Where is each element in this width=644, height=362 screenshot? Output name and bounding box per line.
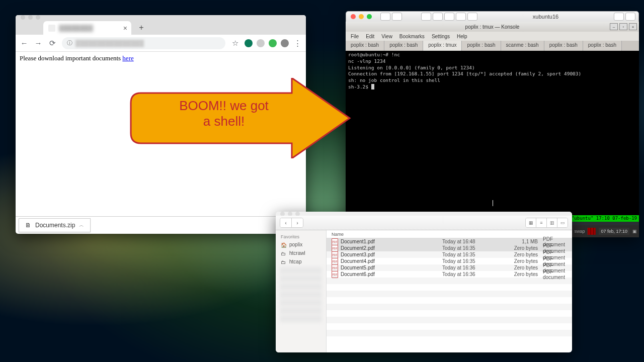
menu-item[interactable]: Bookmarks [399,34,425,39]
terminal-tab[interactable]: poplix : tmux [423,41,462,51]
new-tab-button[interactable]: + [136,23,146,33]
pdf-icon: PDF [332,258,338,265]
menu-item[interactable]: File [351,34,359,39]
terminal-tab[interactable]: poplix : bash [346,41,384,51]
menu-item[interactable]: Help [457,34,467,39]
close-button[interactable]: × [629,23,637,30]
forward-button[interactable]: › [291,218,303,227]
sidebar-item-blurred [280,291,322,298]
finder-view-switch: ▦ ≡ ▥ ▭ [525,218,568,228]
file-row[interactable]: PDFDocument6.pdf Today at 16:36Zero byte… [327,271,572,278]
page-content: Please download important documents here [16,52,306,216]
file-row[interactable]: PDFDocument5.pdf Today at 16:36Zero byte… [327,264,572,271]
tab-title: ████████ [59,25,93,32]
finder-window: ‹ › ▦ ≡ ▥ ▭ Favorites 🏠poplix🗀htcrawl🗀ht… [276,212,572,352]
menu-item[interactable]: Edit [366,34,374,39]
terminal-tab[interactable]: poplix : bash [462,41,501,51]
close-button[interactable] [351,14,356,19]
star-icon[interactable]: ☆ [230,39,239,48]
download-filename: Documents.zip [35,222,75,229]
list-view-button[interactable]: ≡ [536,218,546,227]
vm-toolbar-button[interactable] [614,13,624,21]
column-view-button[interactable]: ▥ [546,218,557,227]
forward-button[interactable]: → [34,39,43,47]
sidebar-item[interactable]: 🗀htcrawl [276,249,326,257]
gallery-view-button[interactable]: ▭ [557,218,568,227]
avatar-icon[interactable] [281,39,289,47]
sidebar-item-blurred [280,283,322,290]
vm-toolbar-button[interactable] [380,13,390,21]
vm-toolbar-button[interactable] [433,13,443,21]
vm-toolbar-button[interactable] [456,13,466,21]
tmux-right: "ubuntu" 17:10 07-feb-19 [572,215,637,222]
clock[interactable]: 07 feb, 17:10 [599,228,629,235]
vm-toolbar-button[interactable] [444,13,454,21]
terminal-tab[interactable]: poplix : bash [544,41,583,51]
terminal-output[interactable]: root@ubuntu:~# !nc nc -vlnp 1234 Listeni… [346,51,639,222]
vm-toolbar-button[interactable] [625,13,635,21]
finder-toolbar: ‹ › ▦ ≡ ▥ ▭ [276,216,572,230]
guest-desktop: poplix : tmux — Konsole – ▫ × FileEditVi… [346,22,639,237]
file-row[interactable]: PDFDocument2.pdf Today at 16:35Zero byte… [327,245,572,251]
menu-icon[interactable]: ⋮ [293,39,302,48]
download-item[interactable]: 🗎 Documents.zip ︿ [19,218,91,232]
col-name[interactable]: Name [327,232,442,237]
pdf-icon: PDF [332,264,338,272]
vm-toolbar-button[interactable] [421,13,431,21]
file-row[interactable]: PDFDocument4.pdf Today at 16:35Zero byte… [327,258,572,264]
vm-titlebar: xubuntu16 [346,11,639,22]
file-icon: 🗎 [25,222,31,229]
sidebar-item[interactable]: 🏠poplix [276,240,326,249]
address-bar[interactable]: ⓘ ████████████████ [62,37,225,49]
back-button[interactable]: ← [20,39,29,47]
konsole-titlebar: poplix : tmux — Konsole – ▫ × [346,22,639,32]
terminal-tab[interactable]: scanme : bash [501,41,544,51]
user-icon[interactable]: ▣ [632,229,637,234]
sidebar-item-blurred [280,267,322,274]
chrome-toolbar: ← → ⟳ ⓘ ████████████████ ☆ ⋮ [16,35,306,52]
menu-item[interactable]: Settings [432,34,450,39]
sidebar-item[interactable]: 🗀htcap [276,257,326,266]
chrome-tab[interactable]: ████████ × [43,21,131,35]
back-button[interactable]: ‹ [280,218,291,227]
menu-item[interactable]: View [381,34,392,39]
close-icon[interactable]: × [123,24,127,32]
file-row[interactable]: PDFDocument1.pdf Today at 16:481,1 MBPDF… [327,238,572,245]
terminal-tab[interactable]: poplix : bash [384,41,423,51]
pdf-icon: PDF [332,271,338,278]
extension-icon[interactable] [269,39,277,47]
info-icon: ⓘ [67,39,72,47]
zoom-button[interactable] [367,14,372,19]
extension-icon[interactable] [245,39,253,47]
sidebar-item-blurred [280,307,322,314]
pdf-icon: PDF [332,251,338,258]
vm-toolbar-button[interactable] [392,13,402,21]
konsole-window: poplix : tmux — Konsole – ▫ × FileEditVi… [346,22,639,222]
reload-button[interactable]: ⟳ [48,39,57,48]
sidebar-item-blurred [280,275,322,282]
konsole-title: poplix : tmux — Konsole [465,24,520,30]
minimize-button[interactable] [359,14,364,19]
pdf-icon: PDF [332,245,338,252]
page-text: Please download important documents [20,54,122,62]
chevron-up-icon[interactable]: ︿ [79,222,84,229]
finder-file-list: Name PDFDocument1.pdf Today at 16:481,1 … [327,230,572,352]
list-header: Name [327,230,572,238]
file-row[interactable]: PDFDocument3.pdf Today at 16:35Zero byte… [327,251,572,258]
extension-icon[interactable] [257,39,265,47]
finder-sidebar: Favorites 🏠poplix🗀htcrawl🗀htcap [276,230,327,352]
cursor [371,84,374,89]
icon-view-button[interactable]: ▦ [526,218,536,227]
chrome-tabstrip: ████████ × + [16,20,306,35]
sidebar-item-blurred [280,315,322,322]
sidebar-header: Favorites [276,233,326,240]
terminal-tab[interactable]: poplix : bash [583,41,622,51]
sidebar-item-blurred [280,299,322,306]
favicon [48,25,55,32]
download-shelf: 🗎 Documents.zip ︿ S [16,216,306,234]
maximize-button[interactable]: ▫ [619,23,627,30]
download-link[interactable]: here [122,54,133,62]
minimize-button[interactable]: – [610,23,618,30]
konsole-tabs: poplix : bashpoplix : bashpoplix : tmuxp… [346,41,639,51]
vm-toolbar-button[interactable] [467,13,477,21]
